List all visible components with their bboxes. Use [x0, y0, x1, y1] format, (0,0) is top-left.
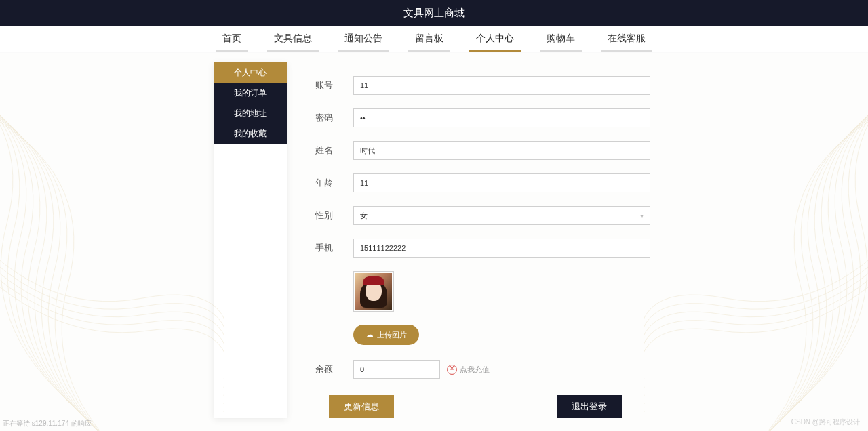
recharge-text: 点我充值	[460, 365, 490, 375]
nav-support[interactable]: 在线客服	[601, 26, 652, 52]
site-title: 文具网上商城	[403, 7, 465, 20]
nav-notices[interactable]: 通知公告	[338, 26, 389, 52]
balance-input[interactable]	[353, 360, 440, 379]
account-input[interactable]	[353, 76, 650, 95]
name-label: 姓名	[315, 144, 353, 157]
sidebar-item-addresses[interactable]: 我的地址	[214, 103, 287, 123]
password-label: 密码	[315, 112, 353, 124]
age-input[interactable]	[353, 173, 650, 192]
upload-image-button[interactable]: ☁ 上传图片	[353, 325, 419, 345]
cloud-upload-icon: ☁	[366, 330, 374, 340]
decorative-wave-right	[644, 41, 868, 431]
nav-home[interactable]: 首页	[216, 26, 248, 52]
nav-messages[interactable]: 留言板	[408, 26, 450, 52]
logout-button[interactable]: 退出登录	[557, 395, 622, 418]
profile-sidebar: 个人中心 我的订单 我的地址 我的收藏	[214, 62, 287, 418]
sidebar-item-orders[interactable]: 我的订单	[214, 83, 287, 103]
chevron-down-icon: ▾	[640, 212, 644, 220]
yen-icon: ¥	[447, 365, 457, 375]
nav-products[interactable]: 文具信息	[267, 26, 319, 52]
gender-value: 女	[360, 211, 368, 221]
phone-label: 手机	[315, 242, 353, 254]
gender-select[interactable]: 女 ▾	[353, 206, 650, 225]
content-container: 个人中心 我的订单 我的地址 我的收藏 账号 密码 姓名 年龄 性别 女 ▾	[214, 62, 654, 418]
avatar-preview	[353, 271, 394, 312]
main-nav: 首页 文具信息 通知公告 留言板 个人中心 购物车 在线客服	[0, 26, 868, 53]
profile-form: 账号 密码 姓名 年龄 性别 女 ▾ 手机	[287, 62, 654, 418]
upload-label: 上传图片	[377, 330, 407, 340]
nav-cart[interactable]: 购物车	[540, 26, 582, 52]
nav-profile[interactable]: 个人中心	[469, 26, 521, 52]
account-label: 账号	[315, 79, 353, 91]
password-input[interactable]	[353, 108, 650, 127]
watermark-text: CSDN @路可程序设计	[791, 417, 860, 427]
decorative-wave-left	[0, 41, 224, 431]
page-header: 文具网上商城	[0, 0, 868, 26]
sidebar-item-profile[interactable]: 个人中心	[214, 62, 287, 83]
name-input[interactable]	[353, 141, 650, 160]
avatar-image	[355, 273, 392, 310]
age-label: 年龄	[315, 177, 353, 189]
sidebar-item-favorites[interactable]: 我的收藏	[214, 123, 287, 144]
gender-label: 性别	[315, 209, 353, 222]
balance-label: 余额	[315, 363, 353, 375]
status-bar: 正在等待 s129.11.174 的响应	[3, 419, 92, 428]
update-button[interactable]: 更新信息	[329, 395, 394, 418]
recharge-link[interactable]: ¥ 点我充值	[447, 365, 490, 375]
phone-input[interactable]	[353, 239, 650, 258]
